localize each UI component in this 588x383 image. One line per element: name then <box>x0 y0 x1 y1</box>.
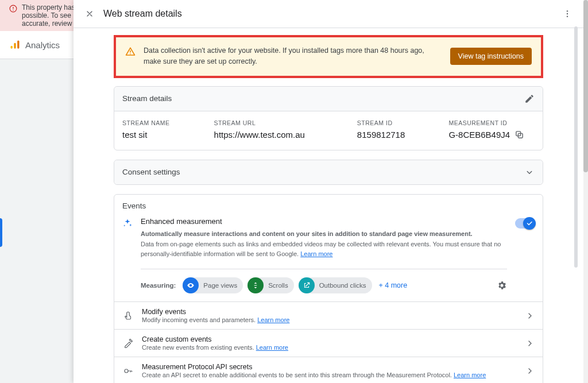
touch-icon <box>122 311 134 321</box>
stream-id-value: 8159812718 <box>357 130 443 140</box>
consent-settings-card: Consent settings <box>114 160 543 185</box>
more-measurements-link[interactable]: + 4 more <box>379 281 408 289</box>
chevron-right-icon <box>525 339 535 348</box>
pill-label: Scrolls <box>268 282 288 289</box>
row-title: Create custom events <box>142 335 517 343</box>
svg-rect-5 <box>17 41 19 49</box>
events-card: Events Enhanced measurement Automaticall… <box>114 194 543 383</box>
stream-details-grid: STREAM NAME test sit STREAM URL https://… <box>114 111 543 150</box>
edit-icon[interactable] <box>524 94 535 104</box>
measuring-label: Measuring: <box>141 282 176 289</box>
sparkle-icon <box>122 218 133 229</box>
chevron-right-icon <box>525 366 535 376</box>
consent-title: Consent settings <box>122 168 180 176</box>
error-icon <box>9 5 17 13</box>
learn-more-link[interactable]: Learn more <box>454 372 486 378</box>
panel-title: Web stream details <box>103 9 182 19</box>
measurement-id-value: G-8CEB6B49J4 <box>448 130 510 140</box>
learn-more-link[interactable]: Learn more <box>256 344 288 351</box>
analytics-logo-icon <box>9 39 21 51</box>
svg-point-13 <box>190 285 191 286</box>
pill-outbound: Outbound clicks <box>299 277 372 293</box>
scroll-icon <box>247 277 264 293</box>
warning-icon <box>125 47 136 57</box>
section-title: Stream details <box>122 94 172 103</box>
highlight-frame: Data collection isn't active for your we… <box>114 35 543 78</box>
stream-name-label: STREAM NAME <box>122 119 208 126</box>
chevron-down-icon <box>524 167 535 177</box>
outbound-icon <box>299 277 315 293</box>
row-desc: Create new events from existing events. … <box>142 344 517 351</box>
enhanced-toggle[interactable] <box>515 218 535 229</box>
copy-icon[interactable] <box>514 130 524 140</box>
eye-icon <box>183 277 199 293</box>
events-title: Events <box>122 202 146 210</box>
stream-url-label: STREAM URL <box>214 119 351 126</box>
consent-settings-row[interactable]: Consent settings <box>114 160 543 184</box>
events-list: Modify events Modify incoming events and… <box>114 301 543 383</box>
data-collection-alert: Data collection isn't active for your we… <box>116 37 541 76</box>
pill-label: Page views <box>203 282 237 289</box>
stream-url-value: https://www.test.com.au <box>214 130 351 140</box>
svg-point-2 <box>13 10 13 10</box>
wand-icon <box>122 338 134 349</box>
measurement-protocol-row[interactable]: Measurement Protocol API secrets Create … <box>114 357 543 383</box>
stream-details-header: Stream details <box>114 87 543 111</box>
row-desc: Create an API secret to enable additiona… <box>142 372 517 378</box>
pill-label: Outbound clicks <box>319 282 366 289</box>
stream-url-cell: STREAM URL https://www.test.com.au <box>214 119 351 140</box>
check-icon <box>523 217 536 230</box>
measuring-row: Measuring: Page views Scrolls <box>141 269 507 293</box>
left-nav-indicator <box>0 218 2 247</box>
svg-point-8 <box>567 16 568 17</box>
stream-id-label: STREAM ID <box>357 119 443 126</box>
row-title: Measurement Protocol API secrets <box>142 363 517 371</box>
view-tag-instructions-button[interactable]: View tag instructions <box>450 48 532 65</box>
svg-point-6 <box>567 10 568 11</box>
svg-rect-3 <box>11 46 13 49</box>
create-custom-events-row[interactable]: Create custom events Create new events f… <box>114 330 543 357</box>
chevron-right-icon <box>525 311 535 320</box>
more-menu-icon[interactable] <box>559 6 575 22</box>
window-scrollbar[interactable] <box>583 0 588 383</box>
row-title: Modify events <box>142 308 517 316</box>
enhanced-desc2: Data from on-page elements such as links… <box>141 239 507 258</box>
stream-details-card: Stream details STREAM NAME test sit STRE… <box>114 86 543 150</box>
learn-more-link[interactable]: Learn more <box>300 250 332 257</box>
svg-rect-4 <box>14 43 16 49</box>
panel-scrollbar[interactable] <box>574 26 578 383</box>
measurement-id-label: MEASUREMENT ID <box>448 119 535 126</box>
key-icon <box>122 366 134 376</box>
events-header: Events <box>114 195 543 217</box>
enhanced-measurement-section: Enhanced measurement Automatically measu… <box>114 217 543 302</box>
panel-body: Data collection isn't active for your we… <box>74 28 583 383</box>
enhanced-desc1: Automatically measure interactions and c… <box>141 229 507 239</box>
stream-id-cell: STREAM ID 8159812718 <box>357 119 443 140</box>
banner-text: This property has possible. To see accur… <box>22 3 75 28</box>
learn-more-link[interactable]: Learn more <box>257 316 289 323</box>
gear-icon[interactable] <box>497 280 507 291</box>
alert-text: Data collection isn't active for your we… <box>144 45 442 68</box>
stream-name-cell: STREAM NAME test sit <box>122 119 208 140</box>
svg-point-7 <box>567 13 568 14</box>
pill-scrolls: Scrolls <box>247 277 294 293</box>
modify-events-row[interactable]: Modify events Modify incoming events and… <box>114 302 543 330</box>
enhanced-title: Enhanced measurement <box>141 217 507 226</box>
measurement-id-cell: MEASUREMENT ID G-8CEB6B49J4 <box>448 119 535 140</box>
stream-name-value: test sit <box>122 130 208 140</box>
svg-point-14 <box>125 369 128 373</box>
web-stream-details-panel: Web stream details Data collection isn't… <box>74 0 583 383</box>
close-icon[interactable] <box>82 6 98 22</box>
panel-header: Web stream details <box>74 0 583 28</box>
app-name: Analytics <box>25 40 60 50</box>
row-desc: Modify incoming events and parameters. L… <box>142 316 517 323</box>
svg-point-10 <box>130 53 131 55</box>
pill-page-views: Page views <box>183 277 243 293</box>
